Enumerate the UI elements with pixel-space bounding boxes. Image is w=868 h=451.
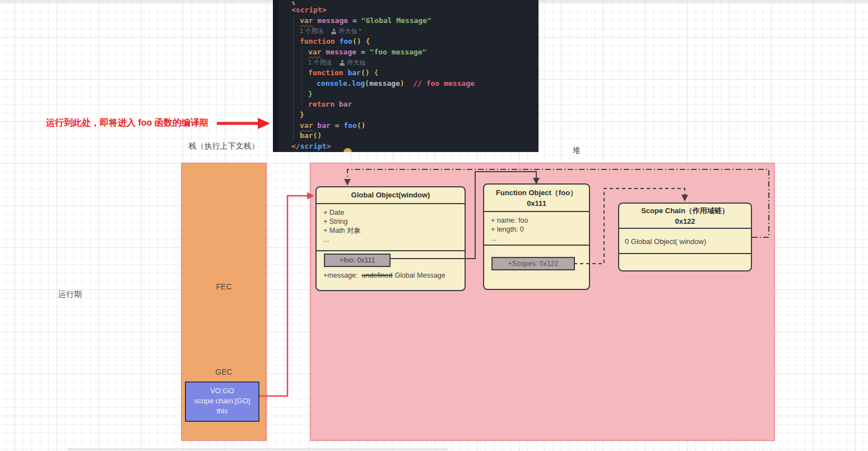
gec-label: GEC [181,367,267,376]
code-token: () [313,131,322,140]
global-object-title: Global Object(window) [317,187,465,203]
scope-chain-empty-row [619,253,751,268]
list-line: this [186,406,258,416]
list-line: + name: foo [491,216,582,225]
horizontal-scrollbar[interactable] [67,448,448,450]
scope-chain-title: Scope Chain（作用域链） 0x122 [619,204,751,228]
code-token: bar [347,68,360,77]
code-token: } [308,90,313,98]
code-token: = [348,16,361,25]
author-person-icon [340,60,345,66]
code-line: </script> [273,141,539,152]
code-line: function foo() { [273,36,539,47]
code-line: return bar [273,99,539,110]
code-token: { [365,37,370,45]
code-token: = [356,48,369,56]
foo-ref-box[interactable]: +foo: 0x111 [324,254,391,267]
function-object-props: + name: foo+ length: 0... [484,211,589,245]
code-line: console.log(message) // foo message [273,79,539,89]
scope-chain-entry: 0 Global Object( window) [619,228,751,253]
author-name[interactable]: 许大仙 * [338,26,361,36]
code-line: bar() [273,131,539,141]
scope-chain-title-text: Scope Chain（作用域链） [619,205,751,216]
code-token: ) [400,79,405,88]
code-token: var [300,16,313,25]
code-line: var bar = foo() [273,121,539,131]
vo-go-box[interactable]: VO:GOscope chain:[GO]this [185,381,259,422]
code-token: var [308,48,321,56]
list-line: + Date [323,208,458,217]
list-line: ... [491,234,582,243]
message-old-value: undefined [362,271,393,279]
code-token: foo [344,121,356,130]
code-lines: }<script>var message = "Global Message"1… [273,0,539,152]
global-object-props: + Date+ String+ Math 对象... [317,203,465,250]
code-token: message [369,79,400,88]
code-lens-line: 1 个用法许大仙 [273,57,539,68]
code-token: bar [339,100,352,108]
code-token: var [300,121,313,130]
usage-count[interactable]: 1 个用法 [308,57,332,68]
list-line: VO:GO [186,386,258,396]
code-line: <script> [273,5,539,16]
code-token: console [317,79,347,88]
author-name[interactable]: 许大仙 [347,57,365,68]
code-line: var message = "Global Message" [273,16,539,26]
fec-label: FEC [181,282,267,291]
scope-chain-address: 0x122 [619,216,751,227]
stack-label: 栈（执行上下文栈） [181,141,267,151]
code-token: } [291,0,296,5]
runtime-label: 运行期 [58,289,82,300]
global-object-box[interactable]: Global Object(window) + Date+ String+ Ma… [315,186,466,291]
code-token: script [300,142,327,150]
message-label: +message: [323,271,358,279]
global-object-lower: +foo: 0x111 +message:undefinedGlobal Mes… [317,250,465,290]
code-token [335,100,339,108]
list-line: ... [323,235,458,244]
code-token: } [300,111,304,119]
code-line: } [273,0,539,5]
list-line: + String [323,217,458,226]
code-token: script [296,6,322,14]
code-line: } [273,110,539,121]
code-token: function [300,37,335,45]
list-line: + Math 对象 [323,226,458,235]
code-token: foo [339,37,352,45]
code-token: () [352,37,361,45]
code-token: return [308,100,335,108]
function-object-title-text: Function Object（foo） [484,187,589,198]
scopes-ref-box[interactable]: +Scopes: 0x122 [491,257,575,270]
code-token: > [327,142,331,150]
heap-label: 堆 [568,146,585,156]
list-line: scope chain:[GO] [186,396,258,406]
code-token: () [357,121,366,130]
code-token: function [308,68,344,77]
code-editor-snippet[interactable]: }<script>var message = "Global Message"1… [273,0,539,152]
code-token: . [347,79,352,88]
list-line: + length: 0 [491,225,582,234]
code-lens-line: 1 个用法许大仙 * [273,26,539,36]
code-token: bar [317,121,330,130]
author-person-icon [331,29,336,34]
function-object-address: 0x111 [484,198,589,209]
annotation-text[interactable]: 运行到此处，即将进入 foo 函数的编译期 [46,117,208,129]
code-line: } [273,89,539,100]
code-token: > [322,6,327,14]
vo-to-global-connector [259,192,314,397]
code-token: bar [300,131,313,140]
code-token: </ [291,142,300,150]
function-object-lower: +Scopes: 0x122 [484,245,589,287]
code-token: log [352,79,365,88]
message-new-value: Global Message [394,271,445,279]
scope-chain-box[interactable]: Scope Chain（作用域链） 0x122 0 Global Object(… [618,203,752,271]
usage-count[interactable]: 1 个用法 [300,26,323,36]
code-token: "foo message" [370,48,427,56]
code-token: { [374,68,378,77]
annotation-arrow [217,118,270,129]
code-token: < [291,6,296,14]
code-token: // foo message [413,79,475,88]
code-token: "Global Message" [361,16,431,25]
function-object-box[interactable]: Function Object（foo） 0x111 + name: foo+ … [483,183,590,290]
code-line: function bar() { [273,68,539,79]
code-token: message [326,48,356,56]
